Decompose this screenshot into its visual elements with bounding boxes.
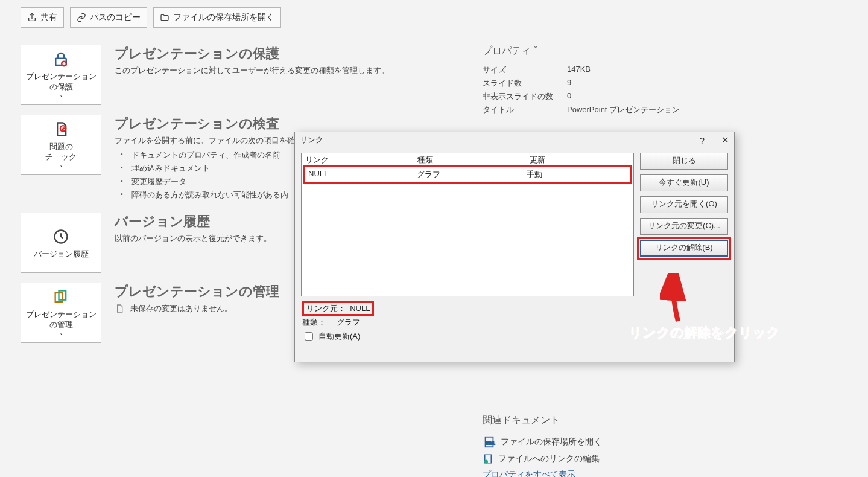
property-row: スライド数9 — [483, 78, 736, 89]
related-documents-heading: 関連ドキュメント — [483, 414, 736, 427]
documents-icon — [52, 287, 69, 307]
links-row-selected[interactable]: NULL グラフ 手動 — [303, 165, 632, 184]
history-icon — [52, 226, 69, 247]
version-history-button[interactable]: バージョン履歴 — [21, 213, 101, 273]
update-now-button[interactable]: 今すぐ更新(U) — [640, 174, 728, 191]
link-edit-icon — [483, 453, 493, 464]
break-link-button[interactable]: リンクの解除(B) — [640, 240, 728, 257]
document-check-icon — [52, 119, 69, 139]
property-row: サイズ147KB — [483, 65, 736, 75]
folder-icon — [160, 13, 169, 22]
property-row: 非表示スライドの数0 — [483, 91, 736, 102]
copy-path-button[interactable]: パスのコピー — [70, 7, 147, 28]
share-icon — [27, 13, 37, 22]
show-all-properties-link[interactable]: プロパティをすべて表示 — [483, 469, 736, 477]
edit-links-link[interactable]: ファイルへのリンクの編集 — [483, 453, 736, 464]
manage-presentation-button[interactable]: プレゼンテーションの管理 ˅ — [21, 283, 101, 343]
inspect-title: プレゼンテーションの検査 — [115, 115, 847, 133]
properties-heading[interactable]: プロパティ ˅ — [483, 45, 736, 57]
svg-point-9 — [485, 460, 488, 463]
property-row: タイトルPowerPoint プレゼンテーション — [483, 104, 736, 115]
help-button[interactable]: ? — [700, 135, 705, 146]
open-file-location-link[interactable]: HTML ファイルの保存場所を開く — [483, 435, 736, 449]
protect-desc: このプレゼンテーションに対してユーザーが行える変更の種類を管理します。 — [115, 65, 847, 76]
change-source-button[interactable]: リンク元の変更(C)... — [640, 218, 728, 235]
open-file-location-label: ファイルの保存場所を開く — [173, 12, 274, 23]
open-source-button[interactable]: リンク元を開く(O) — [640, 196, 728, 213]
share-button[interactable]: 共有 — [21, 7, 64, 28]
lock-icon — [52, 49, 70, 69]
dialog-title: リンク — [300, 135, 323, 146]
share-label: 共有 — [40, 12, 57, 23]
chevron-down-icon: ˅ — [60, 94, 63, 101]
chevron-down-icon: ˅ — [533, 45, 538, 56]
protect-presentation-button[interactable]: プレゼンテーションの保護 ˅ — [21, 45, 101, 105]
link-icon — [77, 13, 86, 22]
close-icon[interactable]: ✕ — [721, 135, 729, 146]
chevron-down-icon: ˅ — [60, 164, 63, 171]
link-source-row: リンク元： NULL — [302, 301, 374, 316]
svg-text:HTML: HTML — [486, 441, 495, 445]
copy-path-label: パスのコピー — [90, 12, 141, 23]
links-header: リンク 種類 更新 — [302, 153, 633, 167]
close-button[interactable]: 閉じる — [640, 153, 728, 170]
protect-title: プレゼンテーションの保護 — [115, 45, 847, 63]
links-list[interactable]: リンク 種類 更新 NULL グラフ 手動 — [301, 153, 634, 296]
open-file-location-button[interactable]: ファイルの保存場所を開く — [153, 7, 281, 28]
document-icon — [115, 304, 124, 313]
chevron-down-icon: ˅ — [60, 332, 63, 339]
check-issues-button[interactable]: 問題の チェック ˅ — [21, 115, 101, 175]
svg-point-1 — [62, 62, 66, 66]
callout-text: リンクの解除をクリック — [629, 324, 780, 342]
html-file-icon: HTML — [483, 435, 496, 449]
